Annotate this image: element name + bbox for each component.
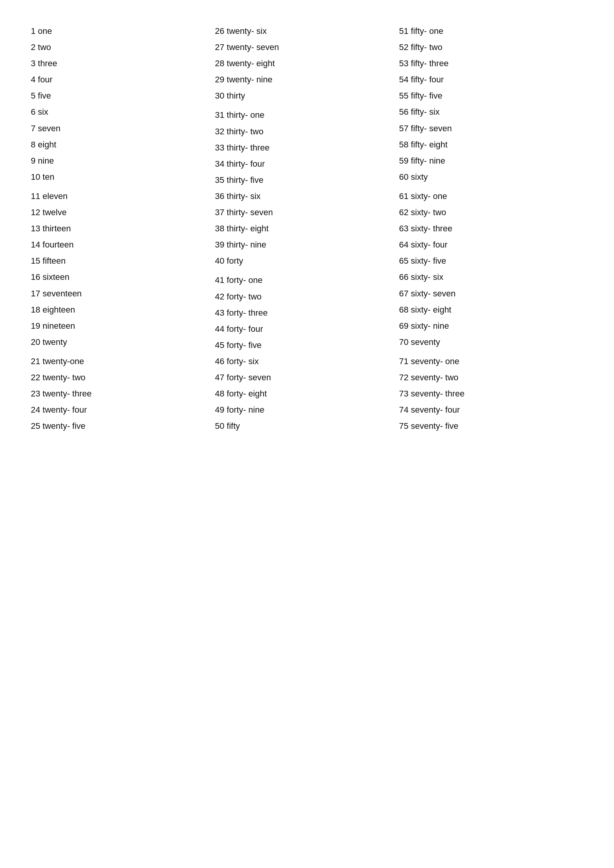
list-item: 27 twenty- seven <box>215 39 399 55</box>
list-item: 17 seventeen <box>31 286 215 302</box>
list-item: 73 seventy- three <box>399 386 583 402</box>
list-item: 12 twelve <box>31 204 215 221</box>
list-item: 35 thirty- five <box>215 172 399 188</box>
list-item: 72 seventy- two <box>399 370 583 386</box>
list-item: 6 six <box>31 104 215 120</box>
list-item: 68 sixty- eight <box>399 302 583 318</box>
list-item: 39 thirty- nine <box>215 237 399 253</box>
list-item: 14 fourteen <box>31 237 215 253</box>
list-item: 19 nineteen <box>31 318 215 334</box>
list-item <box>215 269 399 272</box>
list-item: 46 forty- six <box>215 353 399 370</box>
list-item: 42 forty- two <box>215 289 399 305</box>
list-item: 65 sixty- five <box>399 253 583 269</box>
list-item: 26 twenty- six <box>215 23 399 39</box>
list-item: 5 five <box>31 88 215 104</box>
list-item: 71 seventy- one <box>399 353 583 370</box>
list-item: 22 twenty- two <box>31 370 215 386</box>
list-item: 63 sixty- three <box>399 221 583 237</box>
list-item: 60 sixty <box>399 169 583 185</box>
list-item: 33 thirty- three <box>215 140 399 156</box>
list-item: 11 eleven <box>31 188 215 204</box>
list-item: 32 thirty- two <box>215 124 399 140</box>
list-item <box>215 104 399 107</box>
list-item: 13 thirteen <box>31 221 215 237</box>
list-item: 50 fifty <box>215 418 399 434</box>
list-item: 30 thirty <box>215 88 399 104</box>
list-item: 38 thirty- eight <box>215 221 399 237</box>
list-item: 34 thirty- four <box>215 156 399 172</box>
list-item: 10 ten <box>31 169 215 185</box>
list-item: 23 twenty- three <box>31 386 215 402</box>
list-item: 67 sixty- seven <box>399 286 583 302</box>
list-item: 70 seventy <box>399 334 583 350</box>
list-item: 49 forty- nine <box>215 402 399 418</box>
list-item: 69 sixty- nine <box>399 318 583 334</box>
list-item <box>399 350 583 353</box>
list-item: 25 twenty- five <box>31 418 215 434</box>
list-item: 28 twenty- eight <box>215 55 399 72</box>
list-item: 64 sixty- four <box>399 237 583 253</box>
list-item: 43 forty- three <box>215 305 399 321</box>
list-item <box>31 185 215 188</box>
list-item: 15 fifteen <box>31 253 215 269</box>
list-item: 74 seventy- four <box>399 402 583 418</box>
list-item: 37 thirty- seven <box>215 204 399 221</box>
list-item: 29 twenty- nine <box>215 72 399 88</box>
list-item: 75 seventy- five <box>399 418 583 434</box>
list-item: 55 fifty- five <box>399 88 583 104</box>
list-item: 1 one <box>31 23 215 39</box>
list-item: 58 fifty- eight <box>399 137 583 153</box>
list-item: 24 twenty- four <box>31 402 215 418</box>
list-item: 59 fifty- nine <box>399 153 583 169</box>
list-item: 53 fifty- three <box>399 55 583 72</box>
list-item: 40 forty <box>215 253 399 269</box>
list-item: 52 fifty- two <box>399 39 583 55</box>
list-item: 48 forty- eight <box>215 386 399 402</box>
list-item <box>31 350 215 353</box>
list-item: 3 three <box>31 55 215 72</box>
list-item: 66 sixty- six <box>399 269 583 285</box>
list-item: 36 thirty- six <box>215 188 399 204</box>
number-list: 1 one2 two3 three4 four5 five6 six7 seve… <box>31 23 583 434</box>
list-item: 2 two <box>31 39 215 55</box>
list-item: 8 eight <box>31 137 215 153</box>
list-item: 45 forty- five <box>215 337 399 353</box>
list-item: 9 nine <box>31 153 215 169</box>
list-item: 44 forty- four <box>215 321 399 337</box>
list-item: 62 sixty- two <box>399 204 583 221</box>
column-2: 26 twenty- six27 twenty- seven28 twenty-… <box>215 23 399 434</box>
list-item: 31 thirty- one <box>215 107 399 123</box>
list-item: 61 sixty- one <box>399 188 583 204</box>
list-item: 20 twenty <box>31 334 215 350</box>
list-item: 47 forty- seven <box>215 370 399 386</box>
list-item: 18 eighteen <box>31 302 215 318</box>
list-item: 16 sixteen <box>31 269 215 285</box>
list-item: 56 fifty- six <box>399 104 583 120</box>
list-item: 51 fifty- one <box>399 23 583 39</box>
list-item: 54 fifty- four <box>399 72 583 88</box>
list-item: 41 forty- one <box>215 272 399 288</box>
list-item <box>399 185 583 188</box>
list-item: 57 fifty- seven <box>399 120 583 137</box>
list-item: 4 four <box>31 72 215 88</box>
list-item: 7 seven <box>31 120 215 137</box>
column-3: 51 fifty- one52 fifty- two53 fifty- thre… <box>399 23 583 434</box>
list-item: 21 twenty-one <box>31 353 215 370</box>
column-1: 1 one2 two3 three4 four5 five6 six7 seve… <box>31 23 215 434</box>
